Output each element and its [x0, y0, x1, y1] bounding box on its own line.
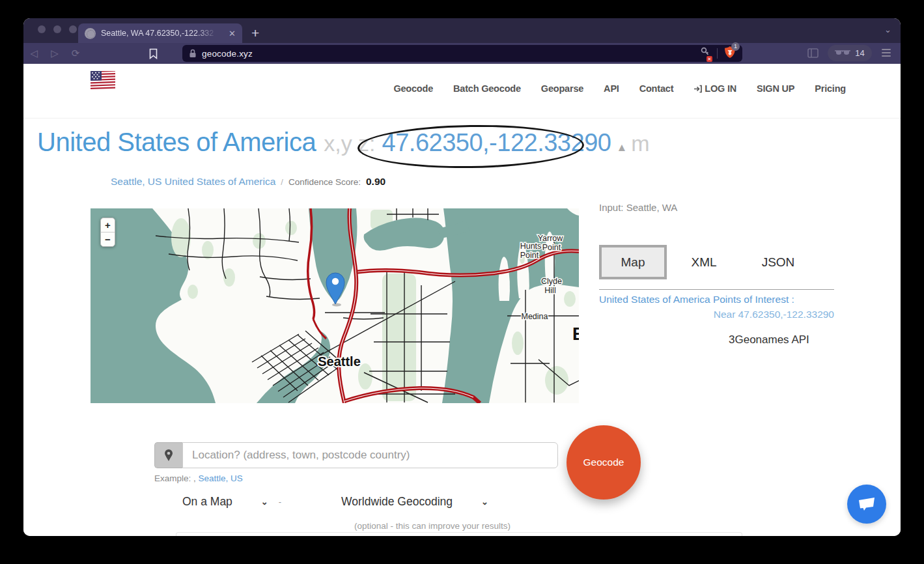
menu-icon[interactable] — [882, 49, 891, 57]
browser-window: Seattle, WA 47.62350,-122.332 ✕ + ⌄ ◁ ▷ … — [23, 18, 901, 536]
partial-field — [176, 532, 742, 536]
geocode-button[interactable]: Geocode — [567, 425, 641, 500]
reload-button[interactable]: ⟳ — [65, 48, 86, 59]
map-zoom-control: + − — [100, 218, 115, 247]
zoom-in-button[interactable]: + — [101, 218, 115, 233]
options-row: On a Map ⌄ - Worldwide Geocoding ⌄ — [182, 495, 488, 509]
map-label-medina: Medina — [522, 312, 548, 321]
map-canvas: Yarrow Point Hunts Point Clyde Hill Medi… — [91, 208, 579, 403]
tab-xml[interactable]: XML — [667, 255, 741, 270]
tab-close-icon[interactable]: ✕ — [229, 29, 236, 38]
nav-pricing[interactable]: Pricing — [815, 83, 846, 94]
minimize-window-button[interactable] — [53, 25, 61, 33]
result-headline: United States of America x,y z: 47.62350… — [37, 128, 650, 157]
panel-divider — [599, 289, 834, 290]
wallet-blocked-icon[interactable]: ✕ — [700, 47, 710, 61]
poi-link[interactable]: United States of America Points of Inter… — [599, 294, 794, 305]
coordinates-value: 47.62350,-122.33290 — [382, 129, 611, 157]
breadcrumb-separator: / — [281, 177, 283, 187]
url-text[interactable]: geocode.xyz — [202, 49, 700, 59]
tab-search-chevron-icon[interactable]: ⌄ — [884, 25, 891, 35]
input-echo: Input: Seattle, WA — [599, 202, 677, 213]
sidebar-toggle-icon[interactable] — [807, 48, 819, 58]
confidence-value: 0.90 — [366, 176, 385, 188]
privacy-stats-count: 14 — [855, 48, 864, 58]
title-bar: Seattle, WA 47.62350,-122.332 ✕ + ⌄ — [23, 18, 901, 43]
nav-geocode[interactable]: Geocode — [393, 83, 433, 94]
result-breadcrumb: Seattle, US United States of America / C… — [111, 176, 385, 188]
browser-toolbar: ◁ ▷ ⟳ geocode.xyz ✕ — [23, 43, 901, 64]
tab-map[interactable]: Map — [599, 245, 667, 279]
map-label-bellevue: B — [572, 324, 579, 344]
result-map[interactable]: Yarrow Point Hunts Point Clyde Hill Medi… — [91, 208, 579, 403]
svg-text:Point: Point — [520, 251, 539, 260]
altitude-triangle-icon: ▲ — [616, 141, 627, 154]
nav-signup[interactable]: SIGN UP — [757, 83, 794, 94]
location-input[interactable] — [182, 442, 558, 468]
traffic-lights[interactable] — [38, 25, 77, 33]
svg-text:Point: Point — [542, 243, 561, 252]
divider — [717, 48, 718, 59]
new-tab-button[interactable]: + — [251, 23, 259, 43]
close-window-button[interactable] — [38, 25, 46, 33]
nav-login[interactable]: LOG IN — [693, 83, 736, 94]
lock-icon — [189, 49, 197, 58]
blocked-badge: ✕ — [707, 56, 712, 62]
forward-button[interactable]: ▷ — [44, 48, 65, 59]
nav-batch-geocode[interactable]: Batch Geocode — [453, 83, 521, 94]
map-label-clyde-hill: Clyde — [541, 277, 562, 286]
confidence-label: Confidence Score: — [288, 177, 361, 187]
sunglasses-icon — [835, 50, 850, 56]
shield-badge: 1 — [731, 42, 740, 51]
location-pin-addon — [154, 442, 182, 468]
nav-api[interactable]: API — [604, 83, 619, 94]
maximize-window-button[interactable] — [69, 25, 77, 33]
main-navigation: Geocode Batch Geocode Geoparse API Conta… — [393, 83, 846, 94]
address-bar[interactable]: geocode.xyz ✕ 1 — [182, 45, 742, 62]
chat-bubble-icon — [858, 496, 876, 512]
privacy-stats-pill[interactable]: 14 — [828, 45, 872, 61]
chat-button[interactable] — [847, 485, 886, 524]
tab-json[interactable]: JSON — [741, 255, 815, 270]
zoom-out-button[interactable]: − — [101, 233, 115, 246]
country-name: United States of America — [37, 128, 316, 157]
optional-note: (optional - this can improve your result… — [283, 521, 582, 531]
scope-chevron-icon[interactable]: ⌄ — [261, 497, 268, 507]
geonames-api-link[interactable]: 3Geonames API — [729, 333, 809, 346]
bookmark-icon[interactable] — [148, 48, 158, 59]
site-favicon-icon — [85, 28, 96, 39]
scope-dash: - — [279, 497, 281, 507]
nav-geoparse[interactable]: Geoparse — [541, 83, 583, 94]
region-select[interactable]: Worldwide Geocoding — [341, 495, 453, 509]
map-label-hunts-point: Hunts — [520, 242, 542, 251]
example-hint: Example: , Seattle, US — [154, 473, 243, 483]
coords-label: x,y z: — [324, 131, 375, 156]
format-tabs: Map XML JSON — [599, 245, 815, 279]
place-link[interactable]: Seattle, US United States of America — [111, 176, 275, 188]
map-label-yarrow-point: Yarrow — [538, 234, 564, 243]
example-link[interactable]: Seattle, US — [199, 473, 243, 483]
page-content: Geocode Batch Geocode Geoparse API Conta… — [23, 64, 901, 536]
login-icon — [693, 85, 702, 93]
altitude-unit: m — [631, 131, 649, 156]
map-label-seattle: Seattle — [318, 354, 361, 369]
scope-select[interactable]: On a Map — [182, 495, 232, 509]
tab-title: Seattle, WA 47.62350,-122.332 — [101, 29, 217, 38]
svg-text:Hill: Hill — [544, 286, 555, 295]
nav-contact[interactable]: Contact — [639, 83, 674, 94]
browser-tab[interactable]: Seattle, WA 47.62350,-122.332 ✕ — [78, 23, 242, 43]
back-button[interactable]: ◁ — [23, 48, 44, 59]
shield-icon[interactable]: 1 — [724, 46, 736, 61]
usa-flag-logo[interactable] — [91, 71, 115, 91]
near-coordinates-link[interactable]: Near 47.62350,-122.33290 — [599, 309, 834, 320]
location-pin-icon — [164, 449, 173, 462]
region-chevron-icon[interactable]: ⌄ — [481, 497, 488, 507]
